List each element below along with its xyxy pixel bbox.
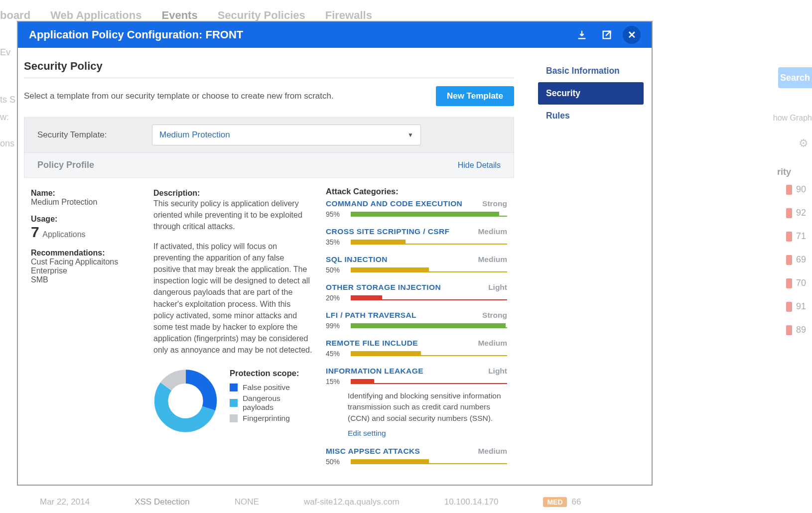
attack-category-bar <box>351 351 507 356</box>
bg-date: Mar 22, 2014 <box>40 497 90 507</box>
attack-category-name[interactable]: COMMAND AND CODE EXECUTION <box>326 199 462 208</box>
select-value: Medium Protection <box>159 130 230 140</box>
modal-title: Application Policy Configuration: FRONT <box>29 28 566 41</box>
bg-sev-value: 69 <box>796 255 806 265</box>
attack-category-bar <box>351 240 507 245</box>
legend-label: Fingerprinting <box>243 414 290 423</box>
protection-scope-donut-chart <box>153 369 218 433</box>
bg-column-header: rity <box>777 167 812 177</box>
attack-category-pct: 45% <box>326 350 345 358</box>
bg-sev-badge-icon <box>786 278 792 288</box>
bg-severity-rows: 90927169709189 <box>762 184 812 335</box>
policy-profile-header: Policy Profile Hide Details <box>24 153 514 178</box>
bg-sev-badge-icon <box>786 302 792 312</box>
bg-severity-row: 71 <box>762 231 812 242</box>
modal-main-content: Security Policy Select a template from o… <box>18 48 534 485</box>
attack-categories-label: Attack Categories: <box>326 187 507 196</box>
attack-category-level: Light <box>488 367 507 376</box>
usage-unit: Applications <box>42 230 85 239</box>
attack-category-level: Strong <box>482 199 507 208</box>
attack-category-pct: 50% <box>326 266 345 274</box>
sidenav-item-basic-information[interactable]: Basic Information <box>538 60 644 82</box>
bg-sev-value: 92 <box>796 208 806 218</box>
policy-profile-body: Name: Medium Protection Usage: 7 Applica… <box>24 178 514 475</box>
legend-item: Fingerprinting <box>230 414 313 423</box>
security-template-select[interactable]: Medium Protection ▼ <box>152 125 421 145</box>
bg-severity-row: 89 <box>762 325 812 335</box>
new-template-button[interactable]: New Template <box>436 86 514 106</box>
bg-text: Ev <box>0 47 10 58</box>
bg-tab: Firewalls <box>325 9 372 22</box>
attack-category: INFORMATION LEAKAGELight15%Identifying a… <box>326 367 507 438</box>
bg-severity-row: 69 <box>762 255 812 265</box>
attack-category-name[interactable]: MISC APPSEC ATTACKS <box>326 447 420 456</box>
hide-details-link[interactable]: Hide Details <box>458 161 501 170</box>
description-paragraph: This security policy is application deli… <box>153 198 313 233</box>
attack-category-level: Medium <box>478 255 507 264</box>
recommendation-item: Enterprise <box>31 266 140 275</box>
attack-category: MISC APPSEC ATTACKSMedium50% <box>326 447 507 466</box>
sidenav-item-security[interactable]: Security <box>538 82 644 105</box>
bg-nav-tabs: board Web Applications Events Security P… <box>0 9 372 22</box>
attack-category-name[interactable]: REMOTE FILE INCLUDE <box>326 339 418 348</box>
recommendations-label: Recommendations: <box>31 249 140 257</box>
attack-category: LFI / PATH TRAVERSALStrong99% <box>326 311 507 330</box>
edit-setting-link[interactable]: Edit setting <box>348 429 507 438</box>
legend-swatch <box>230 399 238 407</box>
bg-sev-value: 90 <box>796 184 806 195</box>
recommendation-item: SMB <box>31 275 140 284</box>
attack-category-name[interactable]: INFORMATION LEAKAGE <box>326 367 423 376</box>
protection-scope-label: Protection scope: <box>230 369 313 378</box>
description-label: Description: <box>153 189 313 198</box>
bg-text: ts S <box>0 95 15 105</box>
legend-swatch <box>230 384 238 391</box>
attack-category-name[interactable]: OTHER STORAGE INJECTION <box>326 283 441 292</box>
bg-sev-value: 70 <box>796 278 806 288</box>
modal-dialog: Application Policy Configuration: FRONT … <box>17 21 653 486</box>
bg-text: ons <box>0 138 14 149</box>
attack-category-level: Medium <box>478 227 507 236</box>
attack-category: REMOTE FILE INCLUDEMedium45% <box>326 339 507 358</box>
chevron-down-icon: ▼ <box>407 131 413 138</box>
attack-category: SQL INJECTIONMedium50% <box>326 255 507 274</box>
attack-category-name[interactable]: LFI / PATH TRAVERSAL <box>326 311 416 320</box>
attack-category-level: Medium <box>478 447 507 456</box>
attack-category-pct: 20% <box>326 294 345 302</box>
recommendation-item: Cust Facing Applicaitons <box>31 257 140 266</box>
bg-bottom-row: Mar 22, 2014 XSS Detection NONE waf-site… <box>40 497 812 507</box>
attack-category-level: Light <box>488 283 507 292</box>
attack-category: CROSS SITE SCRIPTING / CSRFMedium35% <box>326 227 507 246</box>
legend-item: Dangerous payloads <box>230 394 313 412</box>
gear-icon: ⚙ <box>795 137 812 152</box>
attack-category-bar <box>351 212 507 217</box>
attack-category-bar <box>351 379 507 384</box>
section-title: Security Policy <box>24 60 514 73</box>
legend-swatch <box>230 414 238 422</box>
attack-category-bar <box>351 459 507 464</box>
bg-tab: Events <box>161 9 197 22</box>
attack-category-pct: 35% <box>326 238 345 246</box>
modal-side-nav: Basic InformationSecurityRules <box>534 48 652 485</box>
legend-label: Dangerous payloads <box>243 394 313 412</box>
bg-text: how Graph <box>773 114 812 123</box>
close-icon[interactable]: ✕ <box>623 26 641 44</box>
legend-label: False positive <box>243 383 290 392</box>
bg-sev-value: 89 <box>796 325 806 335</box>
description-paragraph: If activated, this policy will focus on … <box>153 241 313 356</box>
attack-category-name[interactable]: SQL INJECTION <box>326 255 388 264</box>
bg-sev-value: 71 <box>796 231 806 242</box>
policy-profile-title: Policy Profile <box>37 160 94 170</box>
bg-sev-badge-icon <box>786 325 792 335</box>
bg-severity-row: 91 <box>762 301 812 312</box>
attack-category-name[interactable]: CROSS SITE SCRIPTING / CSRF <box>326 227 450 236</box>
sidenav-item-rules[interactable]: Rules <box>538 105 644 127</box>
download-icon[interactable] <box>573 26 591 44</box>
usage-label: Usage: <box>31 215 140 224</box>
legend-item: False positive <box>230 383 313 392</box>
bg-sev-badge: MED <box>543 497 566 507</box>
bg-site: waf-site12.qa.qualys.com <box>304 497 400 507</box>
bg-event: XSS Detection <box>135 497 190 507</box>
popout-icon[interactable] <box>598 26 616 44</box>
bg-text: w: <box>0 112 9 123</box>
attack-category-pct: 99% <box>326 322 345 330</box>
